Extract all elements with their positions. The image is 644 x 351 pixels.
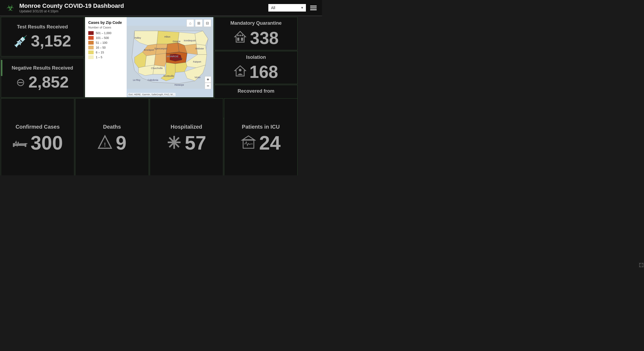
webster-label: Webster <box>195 47 204 50</box>
confirmed-cases-value-row: 300 <box>12 133 63 153</box>
menu-button[interactable] <box>309 5 318 11</box>
legend-label-3: 51 – 100 <box>96 41 107 44</box>
map-home-button[interactable]: ⌂ <box>186 19 194 27</box>
hamburger-line-3 <box>310 9 317 10</box>
caledonia-label: Caledonia <box>148 79 158 81</box>
svg-rect-3 <box>241 38 243 41</box>
zip-region-sw3 <box>154 53 166 66</box>
confirmed-cases-value: 300 <box>31 133 63 153</box>
isolation-card: Isolation 168 <box>214 51 298 84</box>
spencerport-label: Spencerport <box>154 47 167 50</box>
hospitalized-card: Hospitalized 57 <box>150 98 223 175</box>
legend-label-1: 501 – 1,000 <box>96 31 111 35</box>
mandatory-quarantine-label: Mandatory Quarantine <box>230 20 281 26</box>
icu-hospital-icon <box>241 135 256 151</box>
mandatory-quarantine-value: 338 <box>250 30 279 47</box>
legend-color-2 <box>88 36 94 40</box>
warning-triangle-icon: ! <box>97 135 112 151</box>
svg-rect-12 <box>13 143 14 147</box>
recovered-label: Recovered from <box>237 88 274 94</box>
asterisk-medical-icon <box>167 135 182 151</box>
negative-results-card: Negative Results Received ⊖ 2,852 <box>1 58 84 97</box>
map-container[interactable]: ⌂ ⊞ ⊟ <box>127 17 213 97</box>
deaths-label: Deaths <box>103 124 121 130</box>
scottsville-label: Scottsville <box>163 75 174 77</box>
hospital-bed-icon <box>12 136 27 150</box>
right-column: Mandatory Quarantine 338 <box>214 17 298 97</box>
hospitalized-label: Hospitalized <box>171 124 202 130</box>
left-column: Test Results Received 💉 3,152 Negative R… <box>1 17 84 97</box>
hospitalized-value: 57 <box>185 133 206 153</box>
churchville-label: Churchville <box>151 67 163 70</box>
test-results-value-row: 💉 3,152 <box>14 33 71 49</box>
filter-dropdown-wrapper[interactable]: All ▼ <box>268 4 306 12</box>
hospitalized-value-row: 57 <box>167 133 206 153</box>
icu-label: Patients in ICU <box>242 124 280 130</box>
legend-subtitle: Number of Cases <box>88 26 123 29</box>
legend-color-6 <box>88 55 94 59</box>
last-updated: Updated 3/31/20 at 4:10pm <box>19 9 124 13</box>
legend-item-4: 16 – 50 <box>88 46 123 49</box>
fairport-label: Fairport <box>193 60 201 63</box>
hilton-label: Hilton <box>164 35 170 38</box>
map-attribution: Esri, HERE, Garmin, SafeGraph, FAO, M... <box>128 93 175 96</box>
syringe-icon: 💉 <box>14 35 28 48</box>
legend-item-6: 1 – 5 <box>88 55 123 59</box>
negative-results-value-row: ⊖ 2,852 <box>16 74 69 90</box>
map-layers-button[interactable]: ⊞ <box>195 19 203 27</box>
legend-color-3 <box>88 41 94 45</box>
filter-dropdown[interactable]: All <box>268 4 306 12</box>
svg-rect-2 <box>237 38 239 41</box>
quarantine-house-icon <box>233 30 247 46</box>
svg-rect-13 <box>25 143 26 147</box>
minus-circle-icon: ⊖ <box>16 76 25 88</box>
test-results-label: Test Results Received <box>17 24 68 30</box>
map-qr-button[interactable]: ⊟ <box>204 19 211 27</box>
zoom-out-button[interactable]: − <box>205 83 211 89</box>
deaths-value-row: ! 9 <box>97 133 126 153</box>
isolation-label: Isolation <box>246 55 266 60</box>
confirmed-cases-card: Confirmed Cases 300 <box>1 98 74 175</box>
icu-value-row: 24 <box>241 133 281 153</box>
zip-region-c1 <box>166 43 179 53</box>
legend-label-6: 1 – 5 <box>96 56 102 59</box>
header: ☣ Monroe County COVID-19 Dashboard Updat… <box>0 0 322 16</box>
icu-value: 24 <box>259 133 281 153</box>
holley-label: Holley <box>134 37 141 39</box>
icu-card: Patients in ICU 24 <box>224 98 298 175</box>
zoom-in-button[interactable]: + <box>205 76 211 83</box>
bottom-row: Confirmed Cases 300 Deaths <box>1 98 298 175</box>
hamburger-line-1 <box>310 6 317 6</box>
zip-region-sw2 <box>145 55 156 66</box>
legend-color-4 <box>88 46 94 49</box>
hamburger-line-2 <box>310 8 317 8</box>
biohazard-icon: ☣ <box>4 2 16 14</box>
svg-point-4 <box>237 35 239 36</box>
confirmed-cases-label: Confirmed Cases <box>16 124 60 130</box>
map-area: Cases by Zip Code Number of Cases 501 – … <box>85 17 214 97</box>
negative-results-value: 2,852 <box>28 74 69 90</box>
rochester-label: Rochester <box>173 57 183 60</box>
legend-item-5: 6 – 15 <box>88 50 123 54</box>
irondequoit-label: Irondequoit <box>184 39 196 42</box>
dashboard-title: Monroe County COVID-19 Dashboard <box>19 2 124 9</box>
legend-label-5: 6 – 15 <box>96 51 104 54</box>
scrollbar-thumb <box>1 60 2 76</box>
victor-label: Victor <box>195 76 200 79</box>
test-results-value: 3,152 <box>31 33 71 49</box>
legend-label-4: 16 – 50 <box>96 46 106 49</box>
mandatory-quarantine-card: Mandatory Quarantine 338 <box>214 17 298 50</box>
deaths-value: 9 <box>116 133 126 153</box>
map-legend: Cases by Zip Code Number of Cases 501 – … <box>85 17 127 97</box>
legend-item-3: 51 – 100 <box>88 41 123 45</box>
test-results-card: Test Results Received 💉 3,152 <box>1 17 84 56</box>
deaths-card: Deaths ! 9 <box>75 98 149 175</box>
svg-point-6 <box>241 35 243 36</box>
mandatory-quarantine-value-row: 338 <box>233 30 279 47</box>
header-left: ☣ Monroe County COVID-19 Dashboard Updat… <box>4 2 124 14</box>
leroy-label: Le Roy <box>133 79 140 81</box>
map-toolbar: ⌂ ⊞ ⊟ <box>186 19 211 27</box>
map-zoom-controls: + − <box>205 76 211 89</box>
isolation-house-icon <box>234 65 246 79</box>
zip-region-n3 <box>178 32 196 45</box>
